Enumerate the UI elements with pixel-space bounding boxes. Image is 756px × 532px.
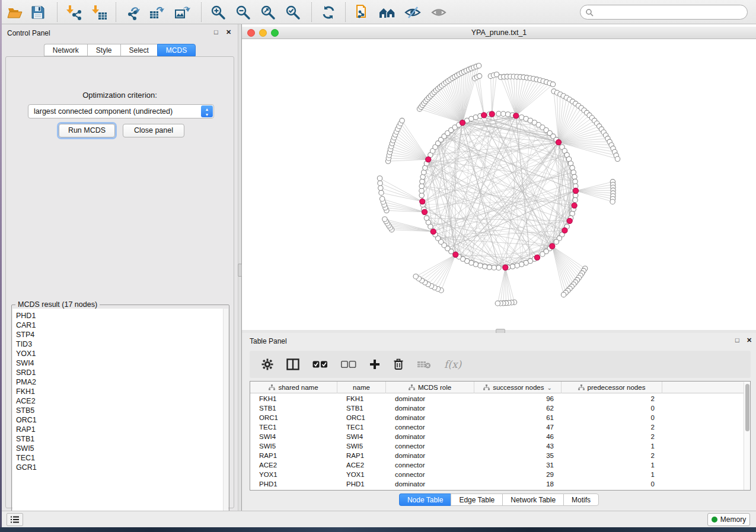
save-session-icon[interactable] xyxy=(28,3,48,21)
zoom-in-icon[interactable] xyxy=(208,3,228,21)
graph-node[interactable] xyxy=(615,156,620,161)
delete-column-icon[interactable] xyxy=(393,358,404,370)
graph-node[interactable] xyxy=(540,252,545,257)
refresh-layout-icon[interactable] xyxy=(318,3,339,21)
table-row[interactable]: PHD1PHD1dominator180 xyxy=(250,479,744,489)
mcds-result-item[interactable]: STP4 xyxy=(16,330,224,339)
search-input[interactable] xyxy=(596,8,747,17)
graph-node[interactable] xyxy=(554,239,559,244)
graph-node[interactable] xyxy=(420,174,425,179)
column-header-name[interactable]: name xyxy=(337,382,386,393)
graph-node[interactable] xyxy=(477,73,481,78)
show-graphics-details-icon[interactable] xyxy=(429,3,449,21)
table-row[interactable]: RAP1RAP1dominator352 xyxy=(250,451,744,460)
graph-hub-node[interactable] xyxy=(567,218,572,223)
table-row[interactable]: YOX1YOX1connector291 xyxy=(250,470,744,479)
table-row[interactable]: STB1STB1dominator620 xyxy=(250,403,744,413)
graph-node[interactable] xyxy=(505,112,510,117)
graph-hub-node[interactable] xyxy=(420,198,425,204)
table-row[interactable]: ORC1ORC1dominator610 xyxy=(250,413,744,422)
tab-motifs[interactable]: Motifs xyxy=(563,493,599,506)
table-scrollbar[interactable] xyxy=(744,382,750,490)
graph-node[interactable] xyxy=(573,179,578,184)
column-settings-gear-icon[interactable] xyxy=(261,358,273,370)
graph-hub-node[interactable] xyxy=(534,255,540,260)
graph-node[interactable] xyxy=(550,82,555,86)
graph-hub-node[interactable] xyxy=(422,209,427,214)
graph-hub-node[interactable] xyxy=(550,243,555,249)
graph-node[interactable] xyxy=(571,170,576,175)
zoom-selected-icon[interactable] xyxy=(283,3,303,21)
graph-hub-node[interactable] xyxy=(556,140,561,145)
column-header-predecessor-nodes[interactable]: predecessor nodes xyxy=(562,382,662,393)
graph-node[interactable] xyxy=(482,264,487,269)
mcds-result-item[interactable]: SWI4 xyxy=(16,358,224,368)
graph-node[interactable] xyxy=(378,185,383,190)
close-panel-button[interactable]: Close panel xyxy=(123,124,184,137)
table-row[interactable]: FKH1FKH1dominator962 xyxy=(250,394,744,403)
search-box[interactable] xyxy=(580,5,748,20)
export-network-icon[interactable] xyxy=(123,3,143,21)
hide-graphics-details-icon[interactable] xyxy=(403,3,423,21)
mcds-result-item[interactable]: RAP1 xyxy=(16,425,224,434)
show-columns-icon[interactable] xyxy=(286,358,299,370)
mcds-result-item[interactable]: PHD1 xyxy=(16,311,224,321)
graph-node[interactable] xyxy=(419,193,424,198)
mcds-result-item[interactable]: CAR1 xyxy=(16,321,224,330)
mcds-result-item[interactable]: STB5 xyxy=(16,406,224,415)
network-overview-icon[interactable] xyxy=(377,3,397,21)
graph-node[interactable] xyxy=(377,176,382,181)
graph-node[interactable] xyxy=(610,199,615,204)
float-panel-icon[interactable]: □ xyxy=(214,28,218,36)
graph-node[interactable] xyxy=(492,265,496,270)
vertical-splitter[interactable] xyxy=(238,24,242,511)
graph-node[interactable] xyxy=(413,274,418,279)
mcds-result-item[interactable]: SWI5 xyxy=(16,444,224,453)
panel-menu-button[interactable] xyxy=(7,513,23,526)
mcds-list-scrollbar[interactable] xyxy=(223,309,228,520)
graph-node[interactable] xyxy=(515,263,519,268)
float-table-panel-icon[interactable]: □ xyxy=(735,336,739,344)
run-mcds-button[interactable]: Run MCDS xyxy=(59,124,115,137)
graph-hub-node[interactable] xyxy=(453,252,458,257)
column-header-successor-nodes[interactable]: successor nodes⌄ xyxy=(474,382,562,393)
graph-hub-node[interactable] xyxy=(513,113,519,118)
zoom-out-icon[interactable] xyxy=(233,3,253,21)
graph-node[interactable] xyxy=(378,181,382,185)
close-table-panel-icon[interactable]: ✕ xyxy=(747,336,752,344)
graph-node[interactable] xyxy=(510,264,515,269)
mcds-result-item[interactable]: ORC1 xyxy=(16,415,224,425)
tab-mcds[interactable]: MCDS xyxy=(157,44,196,56)
graph-hub-node[interactable] xyxy=(572,203,577,208)
table-row[interactable]: ACE2ACE2connector311 xyxy=(250,460,744,470)
clone-network-icon[interactable] xyxy=(352,3,372,21)
graph-hub-node[interactable] xyxy=(489,111,495,117)
graph-node[interactable] xyxy=(573,197,578,202)
graph-hub-node[interactable] xyxy=(503,265,508,270)
graph-node[interactable] xyxy=(496,265,501,270)
column-header-MCDS-role[interactable]: MCDS role xyxy=(386,382,474,393)
graph-hub-node[interactable] xyxy=(562,227,567,233)
add-column-icon[interactable] xyxy=(369,359,380,370)
graph-node[interactable] xyxy=(379,190,384,195)
export-table-icon[interactable] xyxy=(147,3,167,21)
mcds-result-item[interactable]: GCR1 xyxy=(16,463,224,472)
graph-hub-node[interactable] xyxy=(460,120,465,126)
table-row[interactable]: SWI5SWI5connector431 xyxy=(250,441,744,451)
graph-node[interactable] xyxy=(419,184,424,188)
table-scrollbar-thumb[interactable] xyxy=(745,384,749,431)
mcds-result-item[interactable]: FKH1 xyxy=(16,387,224,396)
graph-node[interactable] xyxy=(476,63,481,68)
graph-node[interactable] xyxy=(419,188,424,193)
tab-network[interactable]: Network xyxy=(44,44,87,56)
table-row[interactable]: TEC1TEC1connector472 xyxy=(250,422,744,432)
graph-node[interactable] xyxy=(487,265,492,270)
mcds-result-item[interactable]: TID3 xyxy=(16,339,224,349)
mcds-result-item[interactable]: STB1 xyxy=(16,434,224,444)
graph-node[interactable] xyxy=(420,179,425,184)
network-canvas[interactable] xyxy=(242,39,756,332)
mcds-result-list[interactable]: PHD1CAR1STP4TID3YOX1SWI4SRD1PMA2FKH1ACE2… xyxy=(12,309,224,520)
tab-select[interactable]: Select xyxy=(120,44,157,56)
vertical-splitter-handle[interactable] xyxy=(238,264,242,277)
graph-node[interactable] xyxy=(572,174,577,179)
